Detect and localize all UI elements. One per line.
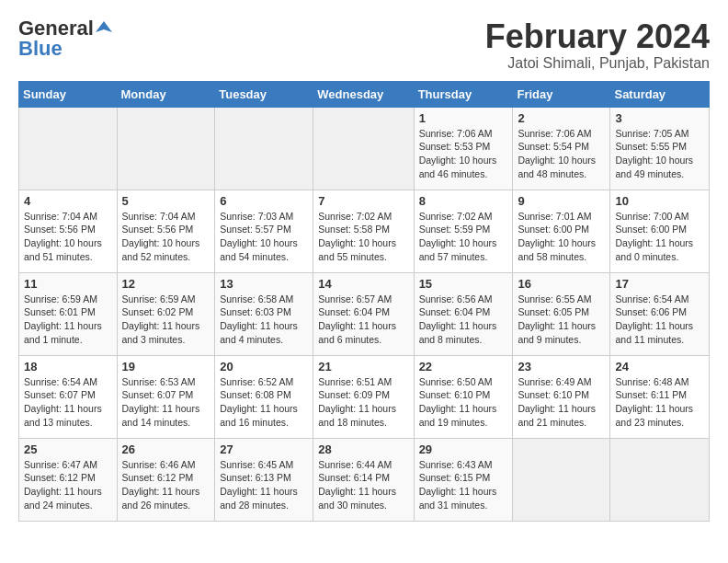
calendar-cell: 3Sunrise: 7:05 AM Sunset: 5:55 PM Daylig… bbox=[610, 107, 710, 190]
calendar-cell: 23Sunrise: 6:49 AM Sunset: 6:10 PM Dayli… bbox=[513, 355, 610, 438]
weekday-header-friday: Friday bbox=[513, 81, 610, 107]
day-number: 1 bbox=[419, 111, 508, 125]
calendar-week-row: 4Sunrise: 7:04 AM Sunset: 5:56 PM Daylig… bbox=[19, 190, 710, 272]
day-info: Sunrise: 6:59 AM Sunset: 6:02 PM Dayligh… bbox=[122, 293, 210, 347]
day-info: Sunrise: 6:51 AM Sunset: 6:09 PM Dayligh… bbox=[318, 375, 408, 430]
day-info: Sunrise: 6:50 AM Sunset: 6:10 PM Dayligh… bbox=[419, 375, 508, 430]
day-info: Sunrise: 7:06 AM Sunset: 5:53 PM Dayligh… bbox=[419, 127, 508, 181]
day-info: Sunrise: 6:48 AM Sunset: 6:11 PM Dayligh… bbox=[615, 375, 704, 430]
calendar-cell: 13Sunrise: 6:58 AM Sunset: 6:03 PM Dayli… bbox=[215, 272, 313, 355]
day-number: 9 bbox=[518, 194, 605, 208]
day-info: Sunrise: 6:53 AM Sunset: 6:07 PM Dayligh… bbox=[122, 375, 210, 430]
day-info: Sunrise: 7:05 AM Sunset: 5:55 PM Dayligh… bbox=[615, 127, 704, 181]
day-number: 16 bbox=[518, 277, 605, 291]
title-section: February 2024 Jatoi Shimali, Punjab, Pak… bbox=[485, 18, 710, 72]
day-number: 7 bbox=[318, 194, 408, 208]
calendar-week-row: 11Sunrise: 6:59 AM Sunset: 6:01 PM Dayli… bbox=[19, 272, 710, 355]
calendar-cell: 12Sunrise: 6:59 AM Sunset: 6:02 PM Dayli… bbox=[117, 272, 215, 355]
day-number: 20 bbox=[220, 360, 308, 373]
calendar-cell: 17Sunrise: 6:54 AM Sunset: 6:06 PM Dayli… bbox=[610, 272, 710, 355]
calendar-table: SundayMondayTuesdayWednesdayThursdayFrid… bbox=[18, 81, 710, 522]
logo-general-text: General bbox=[18, 18, 94, 39]
day-number: 29 bbox=[419, 442, 508, 456]
day-info: Sunrise: 7:04 AM Sunset: 5:56 PM Dayligh… bbox=[122, 210, 210, 264]
day-info: Sunrise: 6:44 AM Sunset: 6:14 PM Dayligh… bbox=[318, 458, 408, 512]
day-number: 13 bbox=[220, 277, 308, 291]
calendar-cell: 5Sunrise: 7:04 AM Sunset: 5:56 PM Daylig… bbox=[117, 190, 215, 272]
day-info: Sunrise: 6:54 AM Sunset: 6:06 PM Dayligh… bbox=[615, 293, 704, 347]
day-number: 26 bbox=[122, 442, 210, 456]
day-info: Sunrise: 6:58 AM Sunset: 6:03 PM Dayligh… bbox=[220, 293, 308, 347]
day-number: 21 bbox=[318, 360, 408, 373]
day-number: 24 bbox=[615, 360, 704, 373]
logo-blue-text: Blue bbox=[18, 39, 63, 59]
calendar-cell bbox=[610, 438, 710, 521]
calendar-cell: 1Sunrise: 7:06 AM Sunset: 5:53 PM Daylig… bbox=[414, 107, 513, 190]
day-number: 5 bbox=[122, 194, 210, 208]
day-number: 28 bbox=[318, 442, 408, 456]
day-number: 17 bbox=[615, 277, 704, 291]
calendar-cell: 8Sunrise: 7:02 AM Sunset: 5:59 PM Daylig… bbox=[414, 190, 513, 272]
weekday-header-saturday: Saturday bbox=[610, 81, 710, 107]
day-info: Sunrise: 7:04 AM Sunset: 5:56 PM Dayligh… bbox=[24, 210, 112, 264]
day-info: Sunrise: 7:01 AM Sunset: 6:00 PM Dayligh… bbox=[518, 210, 605, 264]
day-number: 25 bbox=[24, 442, 112, 456]
calendar-cell: 4Sunrise: 7:04 AM Sunset: 5:56 PM Daylig… bbox=[19, 190, 118, 272]
calendar-cell: 24Sunrise: 6:48 AM Sunset: 6:11 PM Dayli… bbox=[610, 355, 710, 438]
day-number: 22 bbox=[419, 360, 508, 373]
location-subtitle: Jatoi Shimali, Punjab, Pakistan bbox=[485, 55, 710, 72]
calendar-cell: 18Sunrise: 6:54 AM Sunset: 6:07 PM Dayli… bbox=[19, 355, 118, 438]
calendar-cell: 6Sunrise: 7:03 AM Sunset: 5:57 PM Daylig… bbox=[215, 190, 313, 272]
day-number: 11 bbox=[24, 277, 112, 291]
day-info: Sunrise: 6:57 AM Sunset: 6:04 PM Dayligh… bbox=[318, 293, 408, 347]
day-info: Sunrise: 6:54 AM Sunset: 6:07 PM Dayligh… bbox=[24, 375, 112, 430]
day-number: 27 bbox=[220, 442, 308, 456]
calendar-cell: 21Sunrise: 6:51 AM Sunset: 6:09 PM Dayli… bbox=[313, 355, 414, 438]
svg-marker-0 bbox=[96, 21, 112, 32]
calendar-cell: 11Sunrise: 6:59 AM Sunset: 6:01 PM Dayli… bbox=[19, 272, 118, 355]
calendar-week-row: 1Sunrise: 7:06 AM Sunset: 5:53 PM Daylig… bbox=[19, 107, 710, 190]
day-number: 18 bbox=[24, 360, 112, 373]
calendar-cell: 20Sunrise: 6:52 AM Sunset: 6:08 PM Dayli… bbox=[215, 355, 313, 438]
day-info: Sunrise: 6:55 AM Sunset: 6:05 PM Dayligh… bbox=[518, 293, 605, 347]
day-number: 19 bbox=[122, 360, 210, 373]
day-info: Sunrise: 7:03 AM Sunset: 5:57 PM Dayligh… bbox=[220, 210, 308, 264]
day-info: Sunrise: 6:45 AM Sunset: 6:13 PM Dayligh… bbox=[220, 458, 308, 512]
calendar-cell: 19Sunrise: 6:53 AM Sunset: 6:07 PM Dayli… bbox=[117, 355, 215, 438]
day-number: 15 bbox=[419, 277, 508, 291]
logo-bird-icon bbox=[96, 19, 112, 36]
calendar-cell: 29Sunrise: 6:43 AM Sunset: 6:15 PM Dayli… bbox=[414, 438, 513, 521]
calendar-cell: 14Sunrise: 6:57 AM Sunset: 6:04 PM Dayli… bbox=[313, 272, 414, 355]
calendar-cell: 7Sunrise: 7:02 AM Sunset: 5:58 PM Daylig… bbox=[313, 190, 414, 272]
day-info: Sunrise: 6:46 AM Sunset: 6:12 PM Dayligh… bbox=[122, 458, 210, 512]
day-number: 10 bbox=[615, 194, 704, 208]
calendar-cell bbox=[215, 107, 313, 190]
page-header: General Blue February 2024 Jatoi Shimali… bbox=[18, 18, 710, 72]
day-number: 14 bbox=[318, 277, 408, 291]
day-number: 2 bbox=[518, 111, 605, 125]
day-info: Sunrise: 6:52 AM Sunset: 6:08 PM Dayligh… bbox=[220, 375, 308, 430]
day-number: 8 bbox=[419, 194, 508, 208]
day-number: 12 bbox=[122, 277, 210, 291]
day-info: Sunrise: 6:43 AM Sunset: 6:15 PM Dayligh… bbox=[419, 458, 508, 512]
calendar-cell bbox=[313, 107, 414, 190]
weekday-header-monday: Monday bbox=[117, 81, 215, 107]
day-info: Sunrise: 7:02 AM Sunset: 5:59 PM Dayligh… bbox=[419, 210, 508, 264]
day-number: 3 bbox=[615, 111, 704, 125]
calendar-cell: 10Sunrise: 7:00 AM Sunset: 6:00 PM Dayli… bbox=[610, 190, 710, 272]
calendar-cell bbox=[117, 107, 215, 190]
day-number: 6 bbox=[220, 194, 308, 208]
calendar-week-row: 18Sunrise: 6:54 AM Sunset: 6:07 PM Dayli… bbox=[19, 355, 710, 438]
calendar-cell: 25Sunrise: 6:47 AM Sunset: 6:12 PM Dayli… bbox=[19, 438, 118, 521]
day-info: Sunrise: 7:06 AM Sunset: 5:54 PM Dayligh… bbox=[518, 127, 605, 181]
weekday-header-sunday: Sunday bbox=[19, 81, 118, 107]
calendar-cell: 26Sunrise: 6:46 AM Sunset: 6:12 PM Dayli… bbox=[117, 438, 215, 521]
calendar-cell: 27Sunrise: 6:45 AM Sunset: 6:13 PM Dayli… bbox=[215, 438, 313, 521]
day-info: Sunrise: 6:59 AM Sunset: 6:01 PM Dayligh… bbox=[24, 293, 112, 347]
calendar-cell: 9Sunrise: 7:01 AM Sunset: 6:00 PM Daylig… bbox=[513, 190, 610, 272]
day-info: Sunrise: 7:00 AM Sunset: 6:00 PM Dayligh… bbox=[615, 210, 704, 264]
weekday-header-row: SundayMondayTuesdayWednesdayThursdayFrid… bbox=[19, 81, 710, 107]
logo: General Blue bbox=[18, 18, 112, 59]
day-info: Sunrise: 7:02 AM Sunset: 5:58 PM Dayligh… bbox=[318, 210, 408, 264]
calendar-cell: 2Sunrise: 7:06 AM Sunset: 5:54 PM Daylig… bbox=[513, 107, 610, 190]
